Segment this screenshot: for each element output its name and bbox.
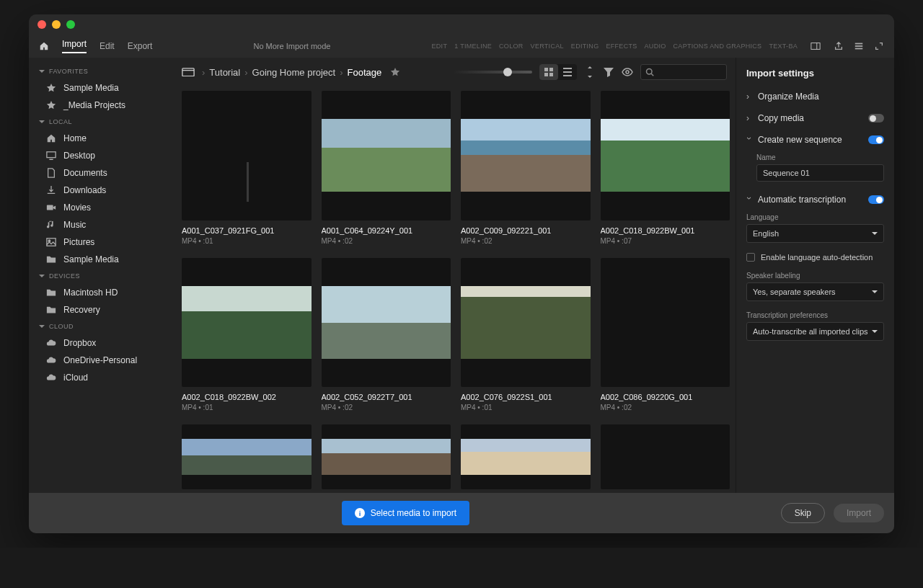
star-icon [46, 100, 56, 110]
bin-icon[interactable] [182, 67, 195, 77]
create-sequence-row[interactable]: ›Create new sequence [736, 129, 894, 151]
sidebar-item-label: Pictures [63, 237, 94, 247]
skip-button[interactable]: Skip [781, 503, 825, 523]
copy-media-row[interactable]: ›Copy media [736, 107, 894, 129]
sidebar-item-label: Documents [63, 168, 107, 178]
sidebar-item[interactable]: Macintosh HD [29, 284, 173, 301]
sidebar-item[interactable]: Music [29, 216, 173, 233]
grid-view-button[interactable] [539, 64, 558, 80]
ws[interactable]: EFFECTS [606, 43, 637, 50]
media-clip[interactable] [601, 424, 730, 489]
tab-import[interactable]: Import [62, 39, 87, 53]
svg-rect-12 [544, 73, 548, 76]
thumbnail [461, 91, 591, 220]
sidebar-item[interactable]: iCloud [29, 369, 173, 386]
thumbnail [322, 91, 451, 220]
create-sequence-toggle[interactable] [868, 135, 884, 144]
tab-edit[interactable]: Edit [100, 41, 115, 51]
ws[interactable]: 1 TIMELINE [454, 43, 492, 50]
close-icon[interactable] [37, 20, 46, 29]
auto-detect-row[interactable]: Enable language auto-detection [736, 250, 894, 269]
star-icon[interactable] [390, 67, 400, 77]
chevron-down-icon [872, 289, 878, 295]
folder-icon [46, 288, 56, 298]
section-header[interactable]: LOCAL [29, 114, 173, 130]
maximize-icon[interactable] [66, 20, 75, 29]
media-clip[interactable] [322, 424, 451, 489]
sidebar-item[interactable]: _Media Projects [29, 97, 173, 114]
media-grid: A001_C037_0921FG_001MP4 • :01A001_C064_0… [173, 86, 736, 493]
ws[interactable]: VERTICAL [531, 43, 564, 50]
crumb[interactable]: Tutorial [209, 67, 240, 78]
crumb[interactable]: Going Home project [252, 67, 336, 78]
media-clip[interactable]: A002_C009_092221_001MP4 • :02 [461, 91, 591, 245]
media-clip[interactable]: A002_C052_0922T7_001MP4 • :02 [322, 258, 451, 412]
mode-label: No More Import mode [165, 42, 418, 50]
media-clip[interactable]: A001_C064_09224Y_001MP4 • :02 [322, 91, 451, 245]
panel-icon[interactable] [811, 41, 821, 51]
sidebar-item[interactable]: Documents [29, 164, 173, 182]
section-header[interactable]: CLOUD [29, 318, 173, 334]
eye-icon[interactable] [622, 66, 633, 78]
thumbnail [182, 91, 312, 220]
ws[interactable]: EDIT [432, 43, 448, 50]
ws[interactable]: EDITING [571, 43, 599, 50]
media-clip[interactable] [182, 424, 312, 489]
sidebar-item[interactable]: Desktop [29, 147, 173, 164]
media-clip[interactable]: A002_C018_0922BW_001MP4 • :07 [601, 91, 730, 245]
sequence-name-input[interactable]: Sequence 01 [756, 164, 884, 182]
ws[interactable]: COLOR [499, 43, 524, 50]
zoom-slider[interactable] [453, 71, 532, 74]
ws[interactable]: TEXT-BA [769, 43, 798, 50]
import-button[interactable]: Import [834, 504, 884, 522]
svg-rect-2 [855, 43, 863, 45]
media-clip[interactable] [461, 424, 591, 489]
share-icon[interactable] [834, 41, 844, 51]
organize-media-row[interactable]: ›Organize Media [736, 86, 894, 107]
section-header[interactable]: FAVORITES [29, 63, 173, 79]
svg-point-18 [647, 69, 653, 75]
media-clip[interactable]: A002_C018_0922BW_002MP4 • :01 [182, 258, 312, 412]
menu-icon[interactable] [854, 41, 864, 51]
home-icon[interactable] [39, 41, 49, 51]
sort-icon[interactable] [584, 66, 596, 78]
media-clip[interactable]: A002_C086_09220G_001MP4 • :02 [601, 258, 730, 412]
sidebar-item[interactable]: Sample Media [29, 79, 173, 97]
sidebar-item[interactable]: Home [29, 130, 173, 147]
sidebar-item[interactable]: Pictures [29, 233, 173, 251]
auto-detect-checkbox[interactable] [746, 253, 755, 262]
sidebar-item[interactable]: Recovery [29, 301, 173, 318]
auto-transcription-toggle[interactable] [868, 195, 884, 204]
tab-export[interactable]: Export [128, 41, 153, 51]
expand-icon[interactable] [874, 41, 884, 51]
list-view-button[interactable] [558, 64, 577, 80]
ws[interactable]: CAPTIONS AND GRAPHICS [674, 43, 762, 50]
svg-rect-14 [563, 68, 572, 69]
filter-icon[interactable] [603, 66, 614, 78]
sidebar-item[interactable]: Movies [29, 199, 173, 216]
toolbar: › Tutorial › Going Home project › Footag… [173, 58, 736, 86]
search-input[interactable] [640, 64, 727, 80]
ws[interactable]: AUDIO [645, 43, 666, 50]
speaker-select[interactable]: Yes, separate speakers [746, 282, 884, 301]
svg-rect-6 [47, 205, 53, 210]
clip-meta: MP4 • :01 [461, 404, 591, 411]
crumb-current[interactable]: Footage [348, 67, 382, 78]
sidebar-item[interactable]: Dropbox [29, 334, 173, 352]
media-clip[interactable]: A002_C076_0922S1_001MP4 • :01 [461, 258, 591, 412]
svg-rect-16 [563, 75, 572, 76]
section-header[interactable]: DEVICES [29, 268, 173, 284]
clip-name: A002_C052_0922T7_001 [322, 393, 451, 401]
pref-select[interactable]: Auto-transcribe all imported clips [746, 322, 884, 341]
sidebar-item[interactable]: Sample Media [29, 251, 173, 268]
picture-icon [46, 237, 56, 247]
media-clip[interactable]: A001_C037_0921FG_001MP4 • :01 [182, 91, 312, 245]
sidebar-item-label: Dropbox [63, 338, 96, 348]
minimize-icon[interactable] [52, 20, 61, 29]
copy-media-toggle[interactable] [868, 114, 884, 122]
sidebar-item[interactable]: Downloads [29, 182, 173, 199]
auto-transcription-row[interactable]: ›Automatic transcription [736, 189, 894, 210]
language-select[interactable]: English [746, 224, 884, 243]
thumbnail [601, 91, 730, 220]
sidebar-item[interactable]: OneDrive-Personal [29, 352, 173, 369]
